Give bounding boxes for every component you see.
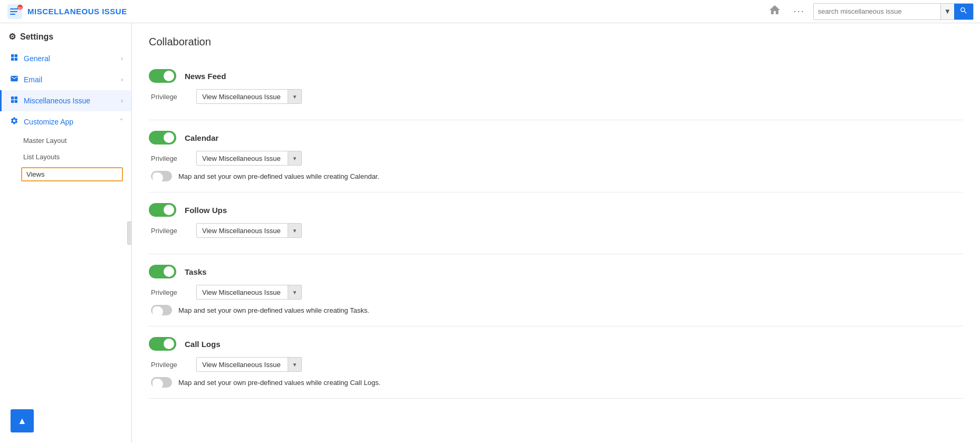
news-feed-privilege-dropdown-icon: ▼ (288, 90, 301, 103)
svg-rect-13 (15, 100, 17, 103)
call-logs-map-toggle[interactable] (151, 377, 172, 388)
follow-ups-privilege-value: View Miscellaneous Issue (197, 227, 288, 235)
sidebar-sub-views[interactable]: Views (21, 167, 123, 181)
calendar-privilege-dropdown-icon: ▼ (288, 151, 301, 165)
news-feed-toggle[interactable] (149, 69, 176, 83)
follow-ups-toggle[interactable] (149, 203, 176, 217)
app-title: MISCELLANEOUS ISSUE (27, 7, 127, 16)
sidebar-collapse-button[interactable]: ‹ (127, 222, 132, 245)
tasks-title: Tasks (185, 267, 206, 276)
misc-arrow: › (121, 97, 123, 104)
tasks-map-text: Map and set your own pre-defined values … (178, 306, 369, 314)
tasks-privilege-value: View Miscellaneous Issue (197, 288, 288, 296)
search-dropdown-button[interactable]: ▼ (940, 4, 954, 20)
section-tasks: Tasks Privilege View Miscellaneous Issue… (149, 254, 963, 326)
tasks-privilege-label: Privilege (151, 288, 188, 296)
calendar-toggle[interactable] (149, 131, 176, 145)
tasks-privilege-dropdown-icon: ▼ (288, 285, 301, 299)
svg-rect-7 (15, 54, 17, 57)
svg-rect-10 (11, 97, 14, 99)
settings-gear-icon: ⚙ (8, 32, 16, 42)
general-label: General (24, 54, 50, 63)
follow-ups-title: Follow Ups (185, 206, 227, 215)
follow-ups-privilege-row: Privilege View Miscellaneous Issue ▼ (149, 223, 963, 238)
section-follow-ups: Follow Ups Privilege View Miscellaneous … (149, 192, 963, 254)
sidebar-item-customize-app[interactable]: Customize App ˅ (0, 111, 131, 132)
home-button[interactable] (764, 2, 785, 21)
calendar-privilege-select[interactable]: View Miscellaneous Issue ▼ (196, 151, 302, 166)
header-brand: 31 MISCELLANEOUS ISSUE (6, 3, 127, 20)
calendar-map-row: Map and set your own pre-defined values … (149, 171, 963, 181)
header: 31 MISCELLANEOUS ISSUE ··· ▼ (0, 0, 980, 23)
svg-text:31: 31 (18, 6, 22, 9)
settings-label: Settings (20, 32, 53, 42)
svg-rect-6 (11, 54, 14, 57)
calendar-title: Calendar (185, 133, 218, 142)
misc-label: Miscellaneous Issue (24, 97, 90, 105)
header-actions: ··· ▼ (764, 2, 974, 21)
customize-label: Customize App (24, 118, 73, 126)
news-feed-privilege-label: Privilege (151, 93, 188, 101)
section-calendar: Calendar Privilege View Miscellaneous Is… (149, 120, 963, 192)
svg-rect-2 (10, 11, 17, 12)
main-content: Collaboration News Feed Privilege View M… (132, 23, 980, 443)
follow-ups-privilege-dropdown-icon: ▼ (288, 224, 301, 237)
sidebar-item-miscellaneous-issue[interactable]: Miscellaneous Issue › (0, 90, 131, 111)
tasks-map-row: Map and set your own pre-defined values … (149, 305, 963, 315)
svg-rect-3 (10, 14, 15, 15)
main-layout: ⚙ Settings General › Email › (0, 23, 980, 443)
svg-rect-11 (15, 97, 17, 99)
news-feed-privilege-select[interactable]: View Miscellaneous Issue ▼ (196, 89, 302, 104)
svg-rect-8 (11, 58, 14, 61)
call-logs-privilege-dropdown-icon: ▼ (288, 358, 301, 371)
sidebar-sub-master-layout[interactable]: Master Layout (0, 132, 131, 149)
general-arrow: › (121, 55, 123, 62)
scroll-top-button[interactable]: ▲ (11, 409, 34, 432)
call-logs-map-row: Map and set your own pre-defined values … (149, 377, 963, 388)
sidebar-item-email[interactable]: Email › (0, 69, 131, 90)
sidebar-item-general[interactable]: General › (0, 48, 131, 69)
news-feed-privilege-row: Privilege View Miscellaneous Issue ▼ (149, 89, 963, 104)
section-call-logs: Call Logs Privilege View Miscellaneous I… (149, 326, 963, 399)
tasks-toggle[interactable] (149, 265, 176, 278)
call-logs-map-text: Map and set your own pre-defined values … (178, 379, 380, 387)
call-logs-privilege-value: View Miscellaneous Issue (197, 361, 288, 369)
sidebar: ⚙ Settings General › Email › (0, 23, 132, 443)
calendar-map-text: Map and set your own pre-defined values … (178, 172, 379, 180)
tasks-privilege-select[interactable]: View Miscellaneous Issue ▼ (196, 285, 302, 300)
call-logs-privilege-row: Privilege View Miscellaneous Issue ▼ (149, 357, 963, 372)
calendar-map-toggle[interactable] (151, 171, 172, 181)
brand-icon: 31 (6, 3, 23, 20)
follow-ups-privilege-label: Privilege (151, 227, 188, 235)
tasks-map-toggle[interactable] (151, 305, 172, 315)
section-news-feed: News Feed Privilege View Miscellaneous I… (149, 59, 963, 120)
call-logs-privilege-label: Privilege (151, 361, 188, 369)
search-submit-button[interactable] (954, 4, 973, 20)
search-input[interactable] (814, 7, 940, 15)
news-feed-privilege-value: View Miscellaneous Issue (197, 93, 288, 101)
customize-arrow: ˅ (120, 118, 123, 126)
calendar-privilege-value: View Miscellaneous Issue (197, 155, 288, 162)
misc-icon (10, 95, 18, 106)
call-logs-privilege-select[interactable]: View Miscellaneous Issue ▼ (196, 357, 302, 372)
email-label: Email (24, 75, 42, 84)
call-logs-toggle[interactable] (149, 337, 176, 351)
settings-header: ⚙ Settings (0, 23, 131, 48)
news-feed-title: News Feed (185, 72, 226, 81)
customize-icon (10, 117, 18, 127)
call-logs-title: Call Logs (185, 340, 221, 349)
svg-rect-12 (11, 100, 14, 103)
calendar-privilege-label: Privilege (151, 155, 188, 162)
search-container: ▼ (813, 3, 974, 20)
svg-rect-9 (15, 58, 17, 61)
email-icon (10, 74, 18, 85)
email-arrow: › (121, 76, 123, 83)
page-title: Collaboration (149, 36, 963, 48)
tasks-privilege-row: Privilege View Miscellaneous Issue ▼ (149, 285, 963, 300)
more-options-button[interactable]: ··· (789, 4, 809, 19)
sidebar-sub-list-layouts[interactable]: List Layouts (0, 149, 131, 165)
general-icon (10, 53, 18, 64)
calendar-privilege-row: Privilege View Miscellaneous Issue ▼ (149, 151, 963, 166)
follow-ups-privilege-select[interactable]: View Miscellaneous Issue ▼ (196, 223, 302, 238)
